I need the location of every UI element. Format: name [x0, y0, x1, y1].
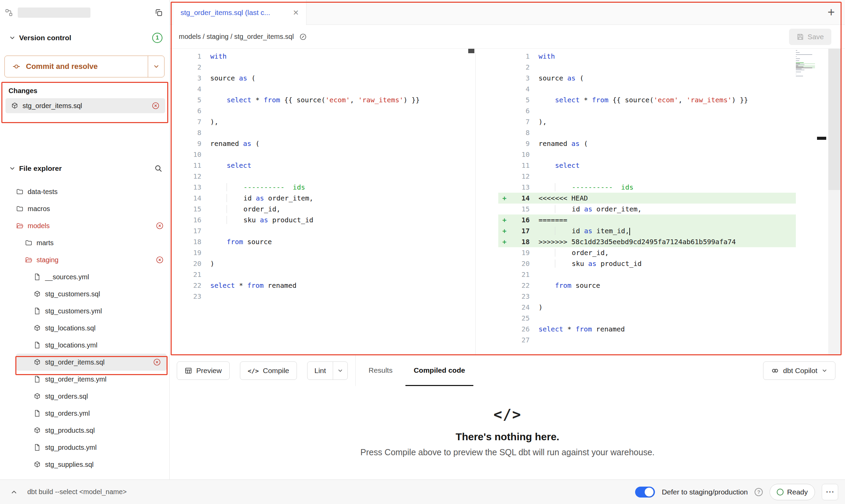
file-tree-item-stg-order-items-sql[interactable]: stg_order_items.sql [16, 354, 167, 371]
code-line[interactable]: 21 [498, 269, 796, 280]
file-tree-item-data-tests[interactable]: data-tests [0, 183, 169, 200]
file-tree-item-stg-products-yml[interactable]: stg_products.yml [0, 439, 169, 456]
minimap[interactable] [796, 49, 815, 355]
dbt-copilot-button[interactable]: dbt Copilot [763, 361, 835, 380]
help-icon[interactable]: ? [755, 488, 763, 496]
commit-and-resolve-button[interactable]: Commit and resolve [4, 56, 164, 77]
file-tree-item--sources-yml[interactable]: __sources.yml [0, 268, 169, 285]
file-tree-item-stg-products-sql[interactable]: stg_products.sql [0, 422, 169, 439]
code-line[interactable]: 8 [498, 127, 796, 138]
scrollbar-thumb[interactable] [828, 49, 841, 190]
code-line[interactable]: 11 select [498, 160, 796, 171]
code-line[interactable]: 9renamed as ( [170, 138, 475, 149]
code-line[interactable]: 23 [170, 291, 475, 302]
changed-file-chip[interactable]: stg_order_items.sql [5, 98, 165, 113]
code-line[interactable]: 24) [498, 302, 796, 313]
code-line[interactable]: +14<<<<<<< HEAD [498, 193, 796, 204]
compile-button[interactable]: </> Compile [240, 361, 297, 380]
editor-pane-original[interactable]: 1with23source as (45 select * from {{ so… [170, 49, 476, 355]
defer-toggle[interactable] [635, 487, 655, 498]
close-icon[interactable]: × [293, 8, 299, 17]
file-tree-item-stg-locations-sql[interactable]: stg_locations.sql [0, 320, 169, 337]
file-tree-item-stg-locations-yml[interactable]: stg_locations.yml [0, 337, 169, 354]
code-line[interactable]: 1with [498, 51, 796, 62]
code-line[interactable]: 5 select * from {{ source('ecom', 'raw_i… [170, 94, 475, 105]
file-tree-item-marts[interactable]: marts [0, 234, 169, 251]
code-line[interactable]: 12 [498, 171, 796, 182]
code-line[interactable]: 10 [170, 149, 475, 160]
code-line[interactable]: 2 [170, 62, 475, 73]
save-button[interactable]: Save [789, 29, 831, 45]
code-line[interactable]: 2 [498, 62, 796, 73]
file-tree-item-stg-customers-yml[interactable]: stg_customers.yml [0, 302, 169, 320]
code-line[interactable]: 4 [170, 84, 475, 94]
file-tree-item-stg-order-items-yml[interactable]: stg_order_items.yml [0, 371, 169, 388]
chevron-down-icon[interactable] [9, 34, 16, 41]
code-line[interactable]: 13 ---------- ids [498, 182, 796, 193]
ready-status-button[interactable]: Ready [770, 484, 815, 500]
chevron-down-icon[interactable] [9, 165, 16, 172]
code-line[interactable]: +18>>>>>>> 58c1dd23d5eebd9cd2495fa7124ab… [498, 236, 796, 247]
file-tree-item-stg-supplies-sql[interactable]: stg_supplies.sql [0, 456, 169, 473]
code-line[interactable]: 20) [170, 258, 475, 269]
code-line[interactable]: 7), [170, 116, 475, 127]
code-line[interactable]: 19 [170, 247, 475, 258]
code-line[interactable]: 3source as ( [498, 73, 796, 84]
preview-button[interactable]: Preview [177, 361, 230, 380]
new-tab-icon[interactable]: + [828, 6, 835, 18]
editor-scrollbar[interactable] [828, 49, 841, 355]
commit-and-resolve-main[interactable]: Commit and resolve [5, 56, 148, 77]
code-line[interactable]: 13 ---------- ids [170, 182, 475, 193]
code-line[interactable]: +17 id as item_id, [498, 225, 796, 236]
code-line[interactable]: 21 [170, 269, 475, 280]
code-line[interactable]: 15 order_id, [170, 204, 475, 214]
code-line[interactable]: 6 [170, 105, 475, 116]
code-line[interactable]: 9renamed as ( [498, 138, 796, 149]
discard-changes-icon[interactable] [156, 222, 164, 230]
code-line[interactable]: 5 select * from {{ source('ecom', 'raw_i… [498, 94, 796, 105]
circle-slash-icon[interactable] [299, 33, 307, 41]
code-line[interactable]: 22select * from renamed [170, 280, 475, 291]
code-line[interactable]: 4 [498, 84, 796, 94]
search-icon[interactable] [154, 164, 162, 173]
code-line[interactable]: 23 [498, 291, 796, 302]
code-line[interactable]: 19 order_id, [498, 247, 796, 258]
code-line[interactable]: 16 sku as product_id [170, 214, 475, 225]
code-line[interactable]: 15 id as order_item, [498, 204, 796, 214]
code-line[interactable]: 14 id as order_item, [170, 193, 475, 204]
tab-compiled-code[interactable]: Compiled code [405, 355, 473, 386]
code-line[interactable]: 12 [170, 171, 475, 182]
code-line[interactable]: 8 [170, 127, 475, 138]
code-line[interactable]: +16======= [498, 214, 796, 225]
code-line[interactable]: 18 from source [170, 236, 475, 247]
file-tree-item-stg-orders-yml[interactable]: stg_orders.yml [0, 405, 169, 422]
tab-stg-order-items-sql[interactable]: stg_order_items.sql (last c... × [173, 0, 306, 25]
discard-changes-icon[interactable] [153, 358, 161, 366]
chevron-up-icon[interactable] [10, 488, 18, 496]
file-tree-item-staging[interactable]: staging [0, 251, 169, 268]
discard-changes-icon[interactable] [152, 102, 160, 110]
file-tree-item-stg-customers-sql[interactable]: stg_customers.sql [0, 285, 169, 302]
code-line[interactable]: 17 [170, 225, 475, 236]
more-menu-button[interactable]: ⋯ [822, 484, 838, 500]
code-line[interactable]: 27 [498, 335, 796, 345]
workflow-icon[interactable] [5, 9, 13, 17]
code-line[interactable]: 3source as ( [170, 73, 475, 84]
code-line[interactable]: 20 sku as product_id [498, 258, 796, 269]
code-line[interactable]: 25 [498, 313, 796, 324]
lint-button[interactable]: Lint [307, 361, 348, 380]
code-line[interactable]: 6 [498, 105, 796, 116]
file-tree-item-macros[interactable]: macros [0, 200, 169, 217]
code-line[interactable]: 22 from source [498, 280, 796, 291]
lint-options-caret[interactable] [333, 362, 347, 380]
file-tree-item-models[interactable]: models [0, 217, 169, 234]
file-tree-item-stg-orders-sql[interactable]: stg_orders.sql [0, 388, 169, 405]
lint-label[interactable]: Lint [307, 362, 333, 380]
code-line[interactable]: 7), [498, 116, 796, 127]
code-line[interactable]: 1with [170, 51, 475, 62]
code-line[interactable]: 10 [498, 149, 796, 160]
discard-changes-icon[interactable] [156, 256, 164, 264]
copy-icon[interactable] [154, 8, 163, 17]
code-line[interactable]: 11 select [170, 160, 475, 171]
tab-results[interactable]: Results [360, 355, 401, 386]
